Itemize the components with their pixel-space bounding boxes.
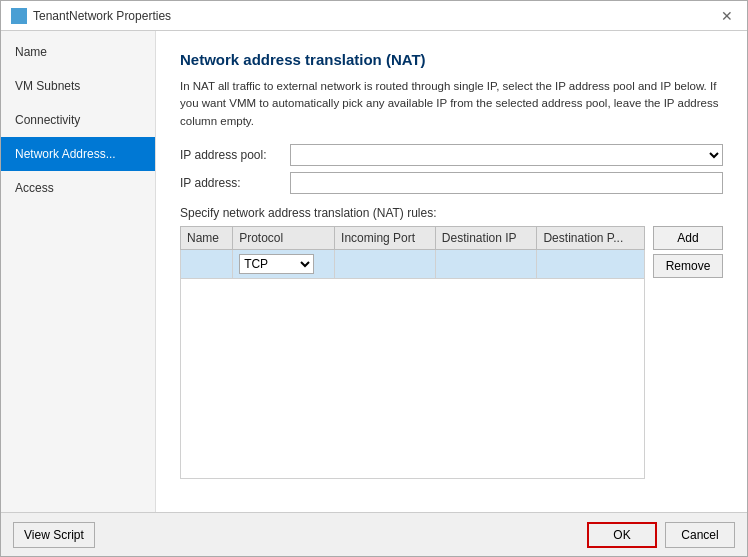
main-content: Name VM Subnets Connectivity Network Add… [1, 31, 747, 512]
content-title: Network address translation (NAT) [180, 51, 723, 68]
content-area: Network address translation (NAT) In NAT… [156, 31, 747, 512]
window-title: TenantNetwork Properties [33, 9, 171, 23]
description: In NAT all traffic to external network i… [180, 78, 723, 130]
ip-pool-row: IP address pool: [180, 144, 723, 166]
table-buttons: Add Remove [653, 226, 723, 278]
ip-address-input[interactable] [290, 172, 723, 194]
window-icon [11, 8, 27, 24]
protocol-select[interactable]: TCP UDP [239, 254, 314, 274]
footer-right: OK Cancel [587, 522, 735, 548]
close-button[interactable]: ✕ [717, 8, 737, 24]
table-row[interactable]: TCP UDP [181, 249, 645, 278]
col-incoming-port: Incoming Port [335, 226, 436, 249]
col-destination-ip: Destination IP [435, 226, 537, 249]
title-bar: TenantNetwork Properties ✕ [1, 1, 747, 31]
cell-incoming-port [335, 249, 436, 278]
nat-rules-table: Name Protocol Incoming Port Destination … [180, 226, 645, 479]
main-window: TenantNetwork Properties ✕ Name VM Subne… [0, 0, 748, 557]
cancel-button[interactable]: Cancel [665, 522, 735, 548]
sidebar-item-network-address[interactable]: Network Address... [1, 137, 155, 171]
sidebar-item-vm-subnets[interactable]: VM Subnets [1, 69, 155, 103]
footer: View Script OK Cancel [1, 512, 747, 556]
table-area: Name Protocol Incoming Port Destination … [180, 226, 723, 479]
ok-button[interactable]: OK [587, 522, 657, 548]
sidebar-item-name[interactable]: Name [1, 35, 155, 69]
ip-address-row: IP address: [180, 172, 723, 194]
add-button[interactable]: Add [653, 226, 723, 250]
title-bar-left: TenantNetwork Properties [11, 8, 171, 24]
col-name: Name [181, 226, 233, 249]
cell-name [181, 249, 233, 278]
cell-destination-p [537, 249, 645, 278]
sidebar-item-connectivity[interactable]: Connectivity [1, 103, 155, 137]
ip-pool-select[interactable] [290, 144, 723, 166]
ip-address-label: IP address: [180, 176, 290, 190]
footer-left: View Script [13, 522, 95, 548]
nat-rules-label: Specify network address translation (NAT… [180, 206, 723, 220]
cell-protocol[interactable]: TCP UDP [233, 249, 335, 278]
sidebar-item-access[interactable]: Access [1, 171, 155, 205]
cell-destination-ip [435, 249, 537, 278]
col-protocol: Protocol [233, 226, 335, 249]
view-script-button[interactable]: View Script [13, 522, 95, 548]
ip-pool-label: IP address pool: [180, 148, 290, 162]
col-destination-p: Destination P... [537, 226, 645, 249]
table-empty-row [181, 278, 645, 478]
remove-button[interactable]: Remove [653, 254, 723, 278]
sidebar: Name VM Subnets Connectivity Network Add… [1, 31, 156, 512]
